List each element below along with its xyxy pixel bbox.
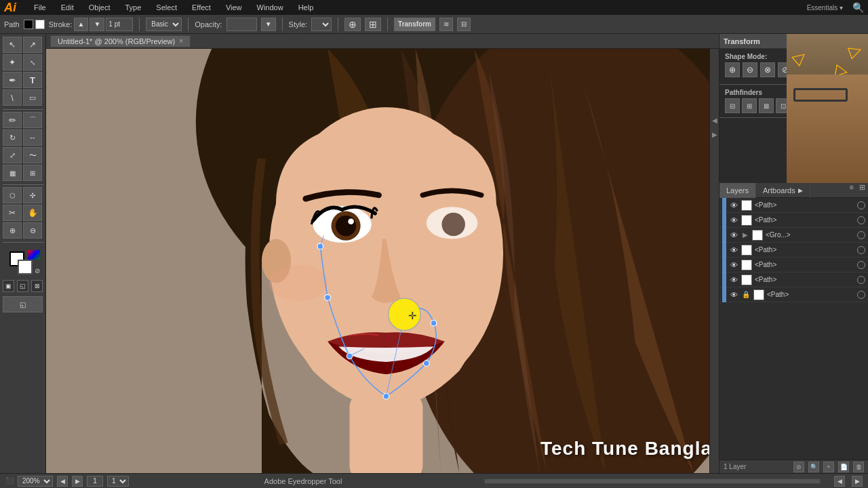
menu-help[interactable]: Help	[296, 3, 317, 12]
layer-visibility-btn[interactable]: 👁	[729, 290, 738, 300]
layer-visibility-btn[interactable]: 👁	[729, 245, 738, 255]
layer-row[interactable]: 👁 🔒 <Path>	[719, 287, 868, 302]
layer-target-indicator[interactable]	[857, 291, 865, 299]
stroke-down-btn[interactable]: ▼	[90, 18, 104, 31]
direct-select-tool-btn[interactable]: ↗	[23, 37, 42, 53]
horizontal-scrollbar[interactable]	[484, 479, 821, 484]
menu-type[interactable]: Type	[123, 3, 144, 12]
shape-intersect-btn[interactable]: ⊗	[760, 62, 775, 77]
warp-tool-btn[interactable]: 〜	[23, 147, 42, 163]
menu-select[interactable]: Select	[153, 3, 180, 12]
layer-target-indicator[interactable]	[857, 276, 865, 284]
scroll-right-btn[interactable]: ▶	[852, 476, 863, 487]
panel-collapse-handle[interactable]: ◀ ▶	[709, 49, 719, 473]
artboards-tab[interactable]: Artboards ▶	[756, 183, 810, 198]
gradient-indicator[interactable]	[28, 250, 40, 260]
delete-layer-btn[interactable]: 🗑	[853, 462, 864, 472]
brush-select[interactable]: Basic	[146, 18, 182, 31]
draw-inside-btn[interactable]: ◱	[3, 296, 43, 312]
layer-target-indicator[interactable]	[857, 231, 865, 239]
make-clipping-mask-btn[interactable]: ⊘	[793, 462, 804, 472]
line-tool-btn[interactable]: \	[3, 89, 22, 106]
magic-wand-tool-btn[interactable]: ✦	[3, 54, 22, 70]
canvas-inner[interactable]: ✛ Tech Tune Bangla ◀ ▶	[46, 49, 719, 473]
transform-btn[interactable]: Transform	[394, 18, 435, 31]
document-tab[interactable]: Untitled-1* @ 200% (RGB/Preview) ×	[50, 35, 191, 47]
layer-row[interactable]: 👁 <Path>	[719, 243, 868, 258]
scroll-left-btn[interactable]: ◀	[834, 476, 845, 487]
layer-row[interactable]: 👁 <Path>	[719, 272, 868, 287]
fill-color-swatch[interactable]	[24, 20, 33, 29]
lasso-tool-btn[interactable]: ⤡	[23, 54, 42, 70]
zoom-tool-btn[interactable]: ⊕	[3, 222, 22, 239]
column-graph-tool-btn[interactable]: ▦	[3, 165, 22, 181]
menu-window[interactable]: Window	[254, 3, 286, 12]
layer-target-indicator[interactable]	[857, 246, 865, 254]
scissors-tool-btn[interactable]: ✂	[3, 205, 22, 221]
new-layer-btn[interactable]: 📄	[838, 462, 849, 472]
pen-tool-btn[interactable]: ✒	[3, 72, 22, 88]
style-select[interactable]	[311, 18, 332, 31]
layers-tab[interactable]: Layers	[719, 183, 756, 198]
stroke-value-input[interactable]	[106, 18, 133, 31]
zoom-select[interactable]: 200%	[18, 476, 53, 487]
stroke-mode-btn[interactable]: ◱	[17, 280, 28, 292]
menu-object[interactable]: Object	[86, 3, 113, 12]
nav-prev-btn[interactable]: ◀	[57, 476, 68, 487]
layers-panel-menu-btn[interactable]: ≡	[847, 183, 856, 197]
reflect-tool-btn[interactable]: ↔	[23, 129, 42, 146]
pf-trim-btn[interactable]: ⊞	[742, 98, 757, 113]
layers-panel-expand-btn[interactable]: ⊞	[856, 183, 868, 197]
symbol-tool-btn[interactable]: ✣	[23, 187, 42, 203]
collapse-arrow-icon[interactable]: ◀	[712, 117, 717, 124]
layer-visibility-btn[interactable]: 👁	[729, 260, 738, 270]
menu-edit[interactable]: Edit	[58, 3, 77, 12]
layer-row[interactable]: 👁 <Path>	[719, 198, 868, 213]
opacity-input[interactable]: 100%	[226, 18, 257, 31]
shape-unite-btn[interactable]: ⊕	[725, 62, 740, 77]
layer-visibility-btn[interactable]: 👁	[729, 201, 738, 210]
search-icon[interactable]: 🔍	[852, 2, 864, 13]
fill-mode-btn[interactable]: ▣	[3, 280, 14, 292]
page-count-select[interactable]: 1	[107, 476, 129, 487]
tab-close-btn[interactable]: ×	[179, 37, 183, 45]
align-btn[interactable]: ⊞	[365, 18, 381, 31]
layer-visibility-btn[interactable]: 👁	[729, 275, 738, 285]
scale-tool-btn[interactable]: ⤢	[3, 147, 22, 163]
rotate-tool-btn[interactable]: ↻	[3, 129, 22, 146]
menu-view[interactable]: View	[223, 3, 245, 12]
layer-row[interactable]: 👁 ▶ <Gro...>	[719, 228, 868, 243]
essentials-dropdown[interactable]: Essentials ▾	[807, 4, 843, 12]
smooth-tool-btn[interactable]: ⌒	[23, 112, 42, 128]
hand-tool-btn[interactable]: ✋	[23, 205, 42, 221]
nav-next-btn[interactable]: ▶	[72, 476, 83, 487]
page-number-input[interactable]	[87, 476, 103, 487]
stroke-up-btn[interactable]: ▲	[74, 18, 89, 31]
layer-row[interactable]: 👁 <Path>	[719, 258, 868, 272]
menu-effect[interactable]: Effect	[189, 3, 214, 12]
blend-tool-btn[interactable]: ⬡	[3, 187, 22, 203]
type-tool-btn[interactable]: T	[23, 72, 42, 88]
expand-arrow-icon[interactable]: ▶	[712, 131, 717, 138]
layer-target-indicator[interactable]	[857, 216, 865, 224]
pf-merge-btn[interactable]: ⊠	[759, 98, 774, 113]
layer-lock-icon[interactable]: 🔒	[741, 290, 751, 300]
transform-options-btn[interactable]: ≋	[439, 18, 453, 31]
select-tool-btn[interactable]: ↖	[3, 37, 22, 53]
opacity-arrow[interactable]: ▼	[261, 18, 276, 31]
layer-row[interactable]: 👁 <Path>	[719, 213, 868, 228]
layer-visibility-btn[interactable]: 👁	[729, 216, 738, 225]
locate-object-btn[interactable]: 🔍	[808, 462, 819, 472]
new-sublayer-btn[interactable]: +	[823, 462, 834, 472]
bar-graph-tool-btn[interactable]: ⊞	[23, 165, 42, 181]
stroke-box-small[interactable]	[18, 260, 33, 274]
rasterize-icon[interactable]: ⬛	[5, 477, 14, 485]
shape-minus-btn[interactable]: ⊖	[743, 62, 757, 77]
rectangle-tool-btn[interactable]: ▭	[23, 89, 42, 106]
menu-file[interactable]: File	[31, 3, 49, 12]
pencil-tool-btn[interactable]: ✏	[3, 112, 22, 128]
layer-visibility-btn[interactable]: 👁	[729, 230, 738, 240]
zoom-out-tool-btn[interactable]: ⊖	[23, 222, 42, 239]
layer-expand-btn[interactable]: ▶	[741, 231, 749, 239]
pf-divide-btn[interactable]: ⊟	[725, 98, 740, 113]
